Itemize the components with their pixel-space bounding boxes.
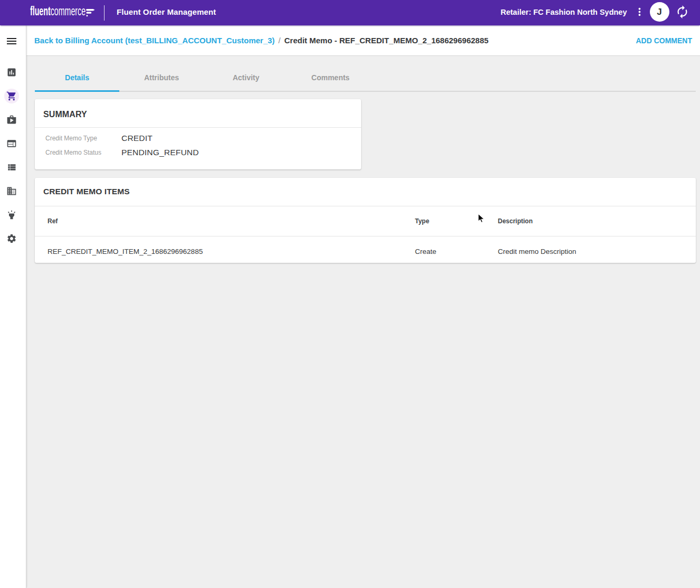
refresh-button[interactable] [675,2,689,23]
sidebar-item-analytics[interactable] [0,60,23,84]
retailer-label: Retailer: FC Fashion North Sydney [500,8,627,16]
column-header-ref: Ref [35,217,415,225]
breadcrumb: Back to Billing Account (test_BILLING_AC… [26,25,700,56]
app-bar: fluentcommerce Fluent Order Management R… [0,0,700,25]
field-label: Credit Memo Status [45,149,121,156]
main-area: Back to Billing Account (test_BILLING_AC… [26,25,700,588]
field-value: PENDING_REFUND [121,148,199,157]
web-layout-icon [6,138,17,149]
field-value: CREDIT [121,134,153,143]
tab-activity[interactable]: Activity [204,56,288,92]
brand-logo-text: fluentcommerce [30,4,86,18]
cell-ref: REF_CREDIT_MEMO_ITEM_2_1686296962885 [35,248,415,255]
column-header-type: Type [415,217,498,225]
sidebar-item-orders[interactable] [0,84,23,108]
field-label: Credit Memo Type [45,135,121,142]
kebab-icon [633,6,646,18]
sidebar-item-locations[interactable] [0,179,23,203]
summary-card: SUMMARY Credit Memo Type CREDIT Credit M… [35,99,361,169]
table-header-row: Ref Type Description [35,206,696,236]
shop-bag-icon [6,115,17,125]
sidebar-item-features[interactable] [0,203,23,226]
add-comment-button[interactable]: ADD COMMENT [636,36,692,45]
tab-attributes[interactable]: Attributes [119,56,204,92]
active-item-halo [4,89,19,103]
brand-logo[interactable]: fluentcommerce [30,5,95,19]
sidebar-item-lists[interactable] [0,155,23,179]
table-row[interactable]: REF_CREDIT_MEMO_ITEM_2_1686296962885 Cre… [35,236,696,263]
gear-icon [6,233,17,244]
breadcrumb-separator: / [278,36,280,45]
breadcrumb-back-link[interactable]: Back to Billing Account (test_BILLING_AC… [34,36,275,45]
page-title: Credit Memo - REF_CREDIT_MEMO_2_16862969… [285,36,489,45]
brand-logo-bold: fluent [30,4,51,18]
menu-button[interactable] [0,25,23,56]
app-title: Fluent Order Management [117,7,216,16]
tab-comments[interactable]: Comments [288,56,373,92]
shopping-cart-icon [6,91,17,101]
content-area: Details Attributes Activity Comments SUM… [26,56,700,588]
bar-chart-icon [6,67,17,78]
sidebar-item-billing[interactable] [0,131,23,155]
credit-memo-items-card: CREDIT MEMO ITEMS Ref Type Description R… [35,178,696,263]
cell-description: Credit memo Description [498,248,696,255]
highlight-icon [6,210,17,220]
appbar-divider [104,5,105,21]
list-icon [6,162,17,173]
summary-card-header: SUMMARY [35,99,361,128]
tab-details[interactable]: Details [35,56,119,92]
items-card-title: CREDIT MEMO ITEMS [43,187,130,196]
building-icon [6,186,17,196]
sidebar [0,25,26,588]
column-header-description: Description [498,217,696,225]
brand-mark-icon [86,9,95,19]
items-card-header: CREDIT MEMO ITEMS [35,178,696,206]
sidebar-item-products[interactable] [0,108,23,131]
refresh-icon [675,5,689,19]
field-row-credit-memo-type: Credit Memo Type CREDIT [43,131,353,146]
cell-type: Create [415,248,498,255]
hamburger-icon [5,35,18,48]
more-menu-button[interactable] [633,2,646,23]
tab-bar: Details Attributes Activity Comments [35,56,696,92]
user-avatar[interactable]: J [650,2,669,22]
summary-card-title: SUMMARY [43,110,87,119]
brand-logo-light: commerce [51,4,86,18]
summary-card-body: Credit Memo Type CREDIT Credit Memo Stat… [35,128,361,169]
sidebar-item-settings[interactable] [0,226,23,250]
sidebar-nav [0,60,23,250]
field-row-credit-memo-status: Credit Memo Status PENDING_REFUND [43,146,353,160]
